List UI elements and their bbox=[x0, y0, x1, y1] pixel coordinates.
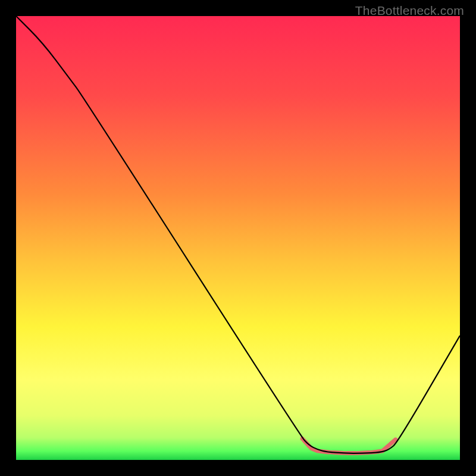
watermark-text: TheBottleneck.com bbox=[355, 4, 464, 18]
svg-line-17 bbox=[390, 440, 394, 444]
chart-plot-area bbox=[16, 16, 460, 460]
chart-background bbox=[16, 16, 460, 460]
chart-svg bbox=[16, 16, 460, 460]
